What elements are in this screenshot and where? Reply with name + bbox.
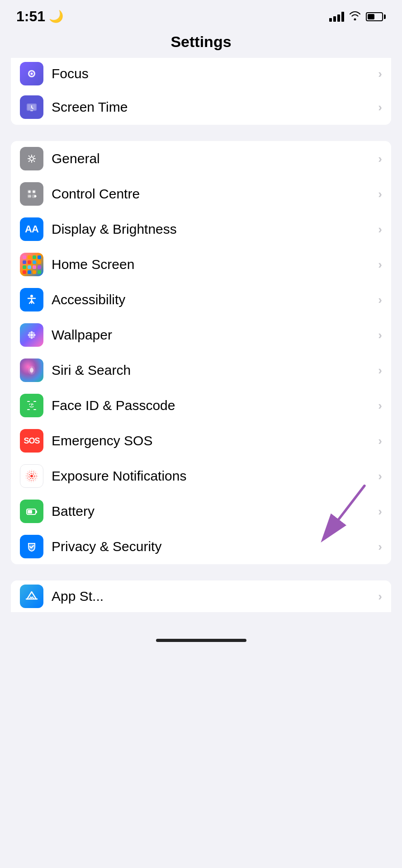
accessibility-icon [20, 288, 43, 311]
svg-point-27 [30, 368, 33, 373]
siri-search-label: Siri & Search [52, 363, 378, 378]
screen-time-label: Screen Time [52, 99, 378, 115]
svg-point-21 [29, 332, 31, 334]
settings-item-privacy-security[interactable]: Privacy & Security › [11, 529, 391, 564]
svg-rect-29 [33, 401, 36, 402]
svg-point-14 [34, 195, 37, 198]
svg-point-23 [29, 336, 31, 338]
page-title: Settings [170, 33, 231, 50]
svg-rect-28 [27, 401, 30, 402]
svg-rect-39 [36, 510, 37, 513]
settings-item-battery[interactable]: Battery › [11, 494, 391, 529]
svg-point-18 [31, 337, 33, 339]
svg-point-33 [30, 475, 33, 477]
focus-chevron: › [378, 67, 382, 81]
focus-label: Focus [52, 66, 378, 81]
svg-point-24 [33, 336, 35, 338]
general-icon [20, 147, 43, 170]
settings-item-display-brightness[interactable]: AA Display & Brightness › [11, 212, 391, 247]
privacy-security-chevron: › [378, 540, 382, 554]
control-centre-chevron: › [378, 187, 382, 201]
accessibility-chevron: › [378, 293, 382, 307]
svg-rect-30 [27, 409, 30, 410]
home-screen-icon [20, 253, 43, 276]
siri-search-chevron: › [378, 363, 382, 377]
settings-item-app-store[interactable]: App St... › [11, 580, 391, 612]
settings-item-focus[interactable]: Focus › [11, 58, 391, 90]
nav-title: Settings [0, 28, 402, 58]
settings-item-face-id[interactable]: Face ID & Passcode › [11, 388, 391, 423]
svg-point-17 [31, 331, 33, 334]
status-bar: 1:51 🌙 [0, 0, 402, 28]
battery-chevron: › [378, 505, 382, 519]
settings-item-wallpaper[interactable]: Wallpaper › [11, 317, 391, 353]
home-screen-label: Home Screen [52, 257, 378, 272]
display-brightness-chevron: › [378, 222, 382, 236]
battery-icon [366, 12, 386, 21]
svg-point-6 [30, 157, 33, 160]
svg-point-19 [28, 334, 30, 336]
settings-item-control-centre[interactable]: Control Centre › [11, 176, 391, 212]
screen-time-icon [20, 95, 43, 119]
wallpaper-icon [20, 323, 43, 347]
face-id-label: Face ID & Passcode [52, 398, 378, 413]
app-store-chevron: › [378, 590, 382, 604]
control-centre-label: Control Centre [52, 186, 378, 202]
settings-item-emergency-sos[interactable]: SOS Emergency SOS › [11, 423, 391, 458]
exposure-label: Exposure Notifications [52, 468, 378, 484]
svg-rect-31 [33, 409, 36, 410]
emergency-sos-chevron: › [378, 434, 382, 448]
settings-item-accessibility[interactable]: Accessibility › [11, 282, 391, 317]
accessibility-label: Accessibility [52, 292, 378, 307]
svg-point-12 [33, 191, 35, 193]
wifi-icon [349, 9, 361, 24]
battery-settings-icon [20, 500, 43, 523]
status-time: 1:51 [16, 8, 45, 25]
emergency-sos-icon: SOS [20, 429, 43, 453]
focus-icon [20, 62, 43, 85]
status-icons [329, 9, 386, 24]
signal-bar-3 [337, 14, 340, 22]
svg-point-22 [33, 332, 35, 334]
exposure-chevron: › [378, 469, 382, 483]
screen-time-chevron: › [378, 100, 382, 114]
svg-point-20 [33, 334, 36, 336]
signal-bar-4 [341, 12, 344, 22]
display-brightness-label: Display & Brightness [52, 222, 378, 237]
settings-item-siri-search[interactable]: Siri & Search › [11, 353, 391, 388]
settings-item-general[interactable]: General › [11, 141, 391, 176]
signal-bar-2 [333, 16, 336, 22]
privacy-security-icon [20, 535, 43, 558]
settings-item-screen-time[interactable]: Screen Time › [11, 90, 391, 125]
privacy-security-label: Privacy & Security [52, 539, 378, 554]
home-screen-chevron: › [378, 258, 382, 272]
settings-group-2: General › Control Centre › AA Display & … [11, 141, 391, 564]
signal-bars-icon [329, 12, 344, 22]
signal-bar-1 [329, 18, 332, 22]
aa-text: AA [25, 223, 38, 235]
control-centre-icon [20, 182, 43, 206]
settings-item-exposure[interactable]: Exposure Notifications › [11, 458, 391, 494]
settings-group-1: Focus › Screen Time › [11, 58, 391, 125]
general-label: General [52, 151, 378, 166]
home-indicator [156, 639, 246, 642]
emergency-sos-label: Emergency SOS [52, 433, 378, 448]
exposure-icon [20, 464, 43, 488]
app-store-label: App St... [52, 589, 378, 604]
home-indicator-container [0, 612, 402, 648]
settings-item-home-screen[interactable]: Home Screen › [11, 247, 391, 282]
app-store-icon [20, 585, 43, 608]
svg-rect-38 [28, 510, 32, 514]
settings-group-3-partial: App St... › [11, 580, 391, 612]
moon-icon: 🌙 [49, 9, 63, 24]
battery-label: Battery [52, 504, 378, 519]
svg-point-11 [28, 191, 31, 193]
svg-point-25 [30, 334, 33, 336]
general-chevron: › [378, 152, 382, 166]
svg-rect-13 [28, 195, 31, 197]
wallpaper-chevron: › [378, 328, 382, 342]
wallpaper-label: Wallpaper [52, 327, 378, 343]
svg-rect-5 [30, 110, 33, 111]
face-id-chevron: › [378, 399, 382, 413]
svg-point-2 [31, 73, 33, 75]
